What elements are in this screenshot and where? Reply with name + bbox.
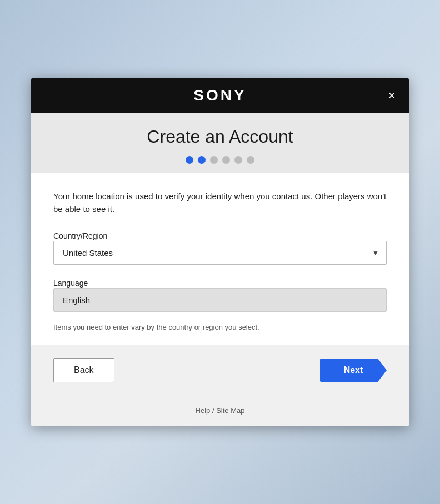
dialog-footer: Back Next bbox=[31, 345, 409, 396]
country-field: Country/Region United States Canada Unit… bbox=[53, 231, 387, 265]
close-button[interactable]: × bbox=[388, 89, 396, 102]
step-dot-6 bbox=[247, 156, 254, 164]
back-button[interactable]: Back bbox=[53, 358, 114, 382]
help-sitemap-link[interactable]: Help / Site Map bbox=[196, 406, 245, 415]
step-dot-3 bbox=[210, 156, 218, 164]
vary-text: Items you need to enter vary by the coun… bbox=[53, 323, 387, 331]
page-title: Create an Account bbox=[53, 127, 387, 147]
dialog-header: SONY × bbox=[31, 78, 409, 113]
language-field: Language English bbox=[53, 278, 387, 312]
step-dot-1 bbox=[186, 156, 193, 164]
country-select-wrapper: United States Canada United Kingdom Aust… bbox=[53, 241, 387, 265]
country-label: Country/Region bbox=[53, 231, 107, 240]
title-area: Create an Account bbox=[31, 113, 409, 173]
next-button[interactable]: Next bbox=[320, 359, 387, 382]
country-select[interactable]: United States Canada United Kingdom Aust… bbox=[53, 241, 387, 265]
step-dot-2 bbox=[198, 156, 206, 164]
language-value: English bbox=[53, 288, 387, 312]
info-text: Your home location is used to verify you… bbox=[53, 190, 387, 215]
step-indicator bbox=[53, 156, 387, 164]
create-account-dialog: SONY × Create an Account Your home locat… bbox=[31, 78, 409, 426]
language-label: Language bbox=[53, 279, 88, 288]
step-dot-4 bbox=[222, 156, 230, 164]
sony-logo: SONY bbox=[193, 87, 246, 104]
step-dot-5 bbox=[234, 156, 242, 164]
dialog-bottom: Help / Site Map bbox=[31, 396, 409, 426]
dialog-content: Your home location is used to verify you… bbox=[31, 173, 409, 345]
